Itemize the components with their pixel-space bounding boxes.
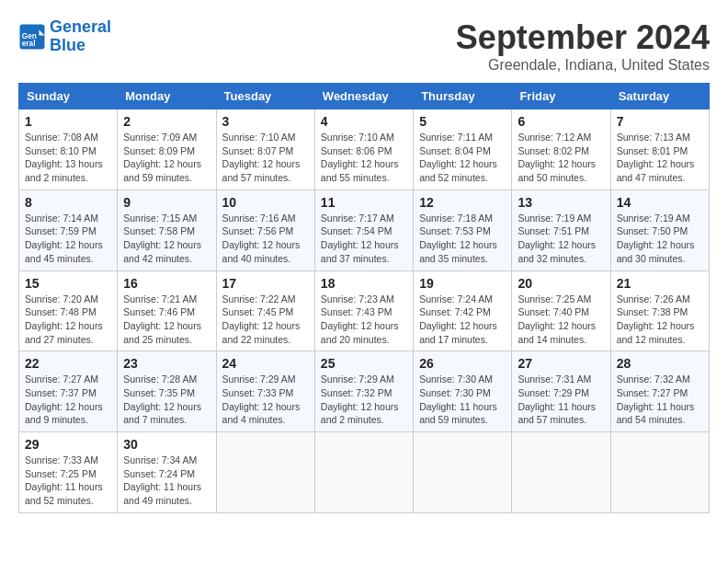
sunset-text: Sunset: 7:54 PM bbox=[321, 225, 392, 236]
sunset-text: Sunset: 8:04 PM bbox=[419, 145, 491, 156]
weekday-header-saturday: Saturday bbox=[610, 84, 709, 109]
day-number: 28 bbox=[617, 356, 703, 371]
calendar-header: SundayMondayTuesdayWednesdayThursdayFrid… bbox=[19, 84, 710, 109]
sunset-text: Sunset: 7:43 PM bbox=[321, 306, 392, 317]
sunrise-text: Sunrise: 7:11 AM bbox=[419, 132, 493, 143]
daylight-text: Daylight: 12 hours and 59 minutes. bbox=[123, 158, 201, 183]
calendar-week-row: 1Sunrise: 7:08 AMSunset: 8:10 PMDaylight… bbox=[19, 109, 710, 190]
sunrise-text: Sunrise: 7:13 AM bbox=[617, 132, 690, 143]
day-number: 22 bbox=[25, 356, 111, 371]
sunrise-text: Sunrise: 7:29 AM bbox=[222, 373, 296, 385]
calendar-cell: 19Sunrise: 7:24 AMSunset: 7:42 PMDayligh… bbox=[414, 270, 512, 351]
daylight-text: Daylight: 12 hours and 45 minutes. bbox=[25, 239, 103, 264]
calendar-cell: 29Sunrise: 7:33 AMSunset: 7:25 PMDayligh… bbox=[19, 432, 118, 513]
calendar-cell: 12Sunrise: 7:18 AMSunset: 7:53 PMDayligh… bbox=[414, 190, 512, 270]
calendar-cell: 16Sunrise: 7:21 AMSunset: 7:46 PMDayligh… bbox=[118, 270, 216, 351]
sunrise-text: Sunrise: 7:20 AM bbox=[25, 293, 98, 304]
day-info: Sunrise: 7:30 AMSunset: 7:30 PMDaylight:… bbox=[419, 373, 506, 427]
day-number: 10 bbox=[222, 195, 309, 210]
day-number: 17 bbox=[222, 276, 309, 291]
daylight-text: Daylight: 12 hours and 32 minutes. bbox=[518, 239, 596, 264]
day-info: Sunrise: 7:14 AMSunset: 7:59 PMDaylight:… bbox=[25, 212, 111, 266]
sunrise-text: Sunrise: 7:10 AM bbox=[321, 132, 394, 143]
calendar-cell: 10Sunrise: 7:16 AMSunset: 7:56 PMDayligh… bbox=[216, 190, 314, 270]
sunset-text: Sunset: 7:53 PM bbox=[419, 225, 491, 236]
header: Gen eral General Blue September 2024 Gre… bbox=[18, 18, 710, 74]
sunrise-text: Sunrise: 7:18 AM bbox=[419, 213, 493, 224]
weekday-header-thursday: Thursday bbox=[414, 84, 512, 109]
day-info: Sunrise: 7:19 AMSunset: 7:50 PMDaylight:… bbox=[617, 212, 703, 266]
sunset-text: Sunset: 7:51 PM bbox=[518, 225, 589, 236]
day-info: Sunrise: 7:16 AMSunset: 7:56 PMDaylight:… bbox=[222, 212, 309, 266]
daylight-text: Daylight: 12 hours and 40 minutes. bbox=[222, 239, 301, 264]
calendar-cell: 5Sunrise: 7:11 AMSunset: 8:04 PMDaylight… bbox=[414, 109, 512, 190]
day-info: Sunrise: 7:10 AMSunset: 8:07 PMDaylight:… bbox=[222, 131, 309, 185]
calendar-cell: 3Sunrise: 7:10 AMSunset: 8:07 PMDaylight… bbox=[216, 109, 314, 190]
day-info: Sunrise: 7:26 AMSunset: 7:38 PMDaylight:… bbox=[617, 293, 703, 347]
calendar-cell bbox=[610, 432, 709, 513]
day-info: Sunrise: 7:18 AMSunset: 7:53 PMDaylight:… bbox=[419, 212, 506, 266]
daylight-text: Daylight: 12 hours and 27 minutes. bbox=[25, 320, 103, 345]
calendar-cell: 11Sunrise: 7:17 AMSunset: 7:54 PMDayligh… bbox=[314, 190, 413, 270]
daylight-text: Daylight: 12 hours and 35 minutes. bbox=[419, 239, 497, 264]
daylight-text: Daylight: 12 hours and 57 minutes. bbox=[222, 158, 301, 183]
calendar-cell: 30Sunrise: 7:34 AMSunset: 7:24 PMDayligh… bbox=[118, 432, 216, 513]
sunset-text: Sunset: 7:29 PM bbox=[518, 387, 589, 398]
calendar-cell: 7Sunrise: 7:13 AMSunset: 8:01 PMDaylight… bbox=[610, 109, 709, 190]
calendar-cell bbox=[414, 432, 512, 513]
day-info: Sunrise: 7:29 AMSunset: 7:33 PMDaylight:… bbox=[222, 373, 309, 427]
sunset-text: Sunset: 7:27 PM bbox=[617, 387, 688, 398]
daylight-text: Daylight: 13 hours and 2 minutes. bbox=[25, 158, 103, 183]
logo-line2: Blue bbox=[50, 36, 85, 54]
sunset-text: Sunset: 7:48 PM bbox=[25, 306, 97, 317]
day-info: Sunrise: 7:21 AMSunset: 7:46 PMDaylight:… bbox=[123, 293, 210, 347]
daylight-text: Daylight: 12 hours and 7 minutes. bbox=[123, 401, 201, 426]
calendar-week-row: 22Sunrise: 7:27 AMSunset: 7:37 PMDayligh… bbox=[19, 351, 710, 432]
daylight-text: Daylight: 11 hours and 49 minutes. bbox=[123, 481, 201, 506]
calendar-cell: 6Sunrise: 7:12 AMSunset: 8:02 PMDaylight… bbox=[512, 109, 610, 190]
weekday-header-tuesday: Tuesday bbox=[216, 84, 314, 109]
day-number: 29 bbox=[25, 437, 111, 452]
sunrise-text: Sunrise: 7:19 AM bbox=[518, 213, 591, 224]
sunset-text: Sunset: 8:09 PM bbox=[123, 145, 195, 156]
calendar-cell: 9Sunrise: 7:15 AMSunset: 7:58 PMDaylight… bbox=[118, 190, 216, 270]
daylight-text: Daylight: 12 hours and 9 minutes. bbox=[25, 401, 103, 426]
day-info: Sunrise: 7:23 AMSunset: 7:43 PMDaylight:… bbox=[321, 293, 407, 347]
sunrise-text: Sunrise: 7:29 AM bbox=[321, 373, 394, 385]
sunset-text: Sunset: 7:38 PM bbox=[617, 306, 688, 317]
calendar-cell bbox=[216, 432, 314, 513]
sunrise-text: Sunrise: 7:24 AM bbox=[419, 293, 493, 304]
day-number: 9 bbox=[123, 195, 210, 210]
sunrise-text: Sunrise: 7:19 AM bbox=[617, 213, 690, 224]
logo: Gen eral General Blue bbox=[18, 18, 111, 55]
sunrise-text: Sunrise: 7:26 AM bbox=[617, 293, 690, 304]
daylight-text: Daylight: 11 hours and 59 minutes. bbox=[419, 401, 497, 426]
logo-icon: Gen eral bbox=[18, 23, 46, 51]
calendar-body: 1Sunrise: 7:08 AMSunset: 8:10 PMDaylight… bbox=[19, 109, 710, 513]
daylight-text: Daylight: 12 hours and 42 minutes. bbox=[123, 239, 201, 264]
day-info: Sunrise: 7:31 AMSunset: 7:29 PMDaylight:… bbox=[518, 373, 604, 427]
sunset-text: Sunset: 7:46 PM bbox=[123, 306, 195, 317]
calendar-cell: 27Sunrise: 7:31 AMSunset: 7:29 PMDayligh… bbox=[512, 351, 610, 432]
weekday-header-sunday: Sunday bbox=[19, 84, 118, 109]
subtitle: Greendale, Indiana, United States bbox=[456, 57, 710, 74]
sunset-text: Sunset: 7:56 PM bbox=[222, 225, 294, 236]
day-info: Sunrise: 7:17 AMSunset: 7:54 PMDaylight:… bbox=[321, 212, 407, 266]
daylight-text: Daylight: 12 hours and 14 minutes. bbox=[518, 320, 596, 345]
sunrise-text: Sunrise: 7:34 AM bbox=[123, 454, 197, 465]
sunset-text: Sunset: 7:32 PM bbox=[321, 387, 392, 398]
sunrise-text: Sunrise: 7:15 AM bbox=[123, 213, 197, 224]
calendar-cell bbox=[512, 432, 610, 513]
sunset-text: Sunset: 8:10 PM bbox=[25, 145, 97, 156]
day-number: 26 bbox=[419, 356, 506, 371]
main-title: September 2024 bbox=[456, 18, 710, 57]
sunrise-text: Sunrise: 7:27 AM bbox=[25, 373, 98, 385]
daylight-text: Daylight: 12 hours and 37 minutes. bbox=[321, 239, 399, 264]
day-number: 5 bbox=[419, 114, 506, 129]
calendar-week-row: 8Sunrise: 7:14 AMSunset: 7:59 PMDaylight… bbox=[19, 190, 710, 270]
daylight-text: Daylight: 12 hours and 17 minutes. bbox=[419, 320, 497, 345]
sunrise-text: Sunrise: 7:14 AM bbox=[25, 213, 98, 224]
logo-line1: General bbox=[50, 17, 111, 36]
sunset-text: Sunset: 7:25 PM bbox=[25, 468, 97, 479]
sunset-text: Sunset: 7:35 PM bbox=[123, 387, 195, 398]
